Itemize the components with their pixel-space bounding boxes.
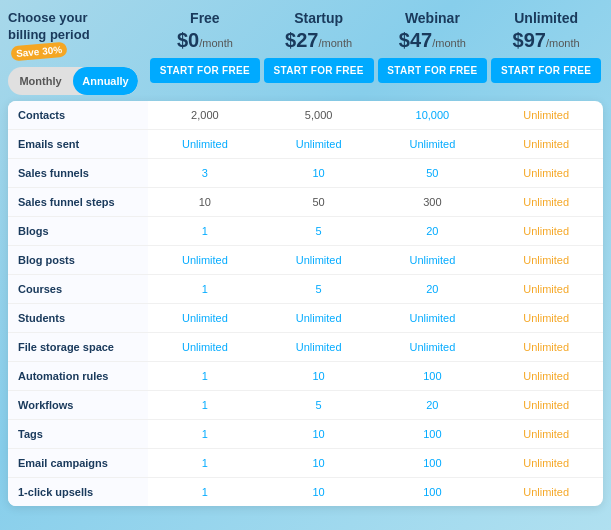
monthly-toggle-button[interactable]: Monthly bbox=[8, 67, 73, 95]
features-table: Contacts2,0005,00010,000UnlimitedEmails … bbox=[8, 101, 603, 506]
plan-free-name: Free bbox=[150, 10, 260, 26]
table-row: 1-click upsells110100Unlimited bbox=[8, 478, 603, 506]
plan-free-button[interactable]: START FOR FREE bbox=[150, 58, 260, 83]
feature-label: Sales funnel steps bbox=[8, 188, 148, 216]
feature-value: 5 bbox=[262, 391, 376, 419]
feature-value: Unlimited bbox=[489, 217, 603, 245]
feature-label: Sales funnels bbox=[8, 159, 148, 187]
table-row: Tags110100Unlimited bbox=[8, 420, 603, 449]
feature-label: Courses bbox=[8, 275, 148, 303]
feature-value: 20 bbox=[376, 217, 490, 245]
feature-value: 1 bbox=[148, 362, 262, 390]
plan-startup-name: Startup bbox=[264, 10, 374, 26]
billing-title: Choose your billing period Save 30% bbox=[8, 10, 140, 61]
plan-webinar-button[interactable]: START FOR FREE bbox=[378, 58, 488, 83]
feature-value: 1 bbox=[148, 217, 262, 245]
feature-label: Workflows bbox=[8, 391, 148, 419]
annually-toggle-button[interactable]: Annually bbox=[73, 67, 138, 95]
feature-value: 10 bbox=[262, 420, 376, 448]
plan-startup-button[interactable]: START FOR FREE bbox=[264, 58, 374, 83]
table-row: StudentsUnlimitedUnlimitedUnlimitedUnlim… bbox=[8, 304, 603, 333]
feature-value: Unlimited bbox=[376, 333, 490, 361]
plan-unlimited-price: $97/month bbox=[491, 28, 601, 52]
plan-webinar-name: Webinar bbox=[378, 10, 488, 26]
feature-value: 5,000 bbox=[262, 101, 376, 129]
feature-value: 5 bbox=[262, 275, 376, 303]
header-row: Choose your billing period Save 30% Mont… bbox=[8, 10, 603, 95]
plan-unlimited-button[interactable]: START FOR FREE bbox=[491, 58, 601, 83]
table-row: Emails sentUnlimitedUnlimitedUnlimitedUn… bbox=[8, 130, 603, 159]
plan-unlimited-name: Unlimited bbox=[491, 10, 601, 26]
feature-value: 5 bbox=[262, 217, 376, 245]
feature-value: 100 bbox=[376, 362, 490, 390]
feature-value: 1 bbox=[148, 449, 262, 477]
feature-label: Email campaigns bbox=[8, 449, 148, 477]
table-row: Contacts2,0005,00010,000Unlimited bbox=[8, 101, 603, 130]
plan-free-price: $0/month bbox=[150, 28, 260, 52]
feature-value: Unlimited bbox=[489, 391, 603, 419]
feature-label: Automation rules bbox=[8, 362, 148, 390]
feature-value: Unlimited bbox=[489, 275, 603, 303]
plan-startup-header: Startup $27/month START FOR FREE bbox=[262, 10, 376, 83]
plan-webinar-price: $47/month bbox=[378, 28, 488, 52]
feature-value: 3 bbox=[148, 159, 262, 187]
feature-value: 10,000 bbox=[376, 101, 490, 129]
billing-title-line2: billing period bbox=[8, 27, 90, 42]
plan-free-header: Free $0/month START FOR FREE bbox=[148, 10, 262, 83]
feature-value: Unlimited bbox=[148, 304, 262, 332]
table-row: File storage spaceUnlimitedUnlimitedUnli… bbox=[8, 333, 603, 362]
feature-value: Unlimited bbox=[376, 246, 490, 274]
feature-label: Blogs bbox=[8, 217, 148, 245]
feature-value: 10 bbox=[262, 362, 376, 390]
feature-value: 10 bbox=[262, 159, 376, 187]
feature-value: Unlimited bbox=[262, 246, 376, 274]
feature-value: 100 bbox=[376, 420, 490, 448]
feature-value: Unlimited bbox=[489, 246, 603, 274]
table-row: Courses1520Unlimited bbox=[8, 275, 603, 304]
feature-value: Unlimited bbox=[489, 188, 603, 216]
feature-value: Unlimited bbox=[148, 130, 262, 158]
feature-value: Unlimited bbox=[489, 362, 603, 390]
table-row: Blogs1520Unlimited bbox=[8, 217, 603, 246]
feature-value: 10 bbox=[262, 478, 376, 506]
feature-value: 50 bbox=[262, 188, 376, 216]
feature-value: 20 bbox=[376, 391, 490, 419]
feature-value: 50 bbox=[376, 159, 490, 187]
table-row: Blog postsUnlimitedUnlimitedUnlimitedUnl… bbox=[8, 246, 603, 275]
feature-value: 10 bbox=[148, 188, 262, 216]
feature-value: Unlimited bbox=[489, 449, 603, 477]
feature-value: Unlimited bbox=[489, 101, 603, 129]
feature-value: 20 bbox=[376, 275, 490, 303]
feature-label: Blog posts bbox=[8, 246, 148, 274]
feature-value: Unlimited bbox=[489, 333, 603, 361]
table-row: Sales funnels31050Unlimited bbox=[8, 159, 603, 188]
table-row: Automation rules110100Unlimited bbox=[8, 362, 603, 391]
table-row: Email campaigns110100Unlimited bbox=[8, 449, 603, 478]
billing-title-line1: Choose your bbox=[8, 10, 87, 25]
feature-value: Unlimited bbox=[489, 478, 603, 506]
feature-value: Unlimited bbox=[489, 304, 603, 332]
plan-unlimited-header: Unlimited $97/month START FOR FREE bbox=[489, 10, 603, 83]
feature-label: Emails sent bbox=[8, 130, 148, 158]
feature-value: Unlimited bbox=[489, 420, 603, 448]
feature-value: 300 bbox=[376, 188, 490, 216]
billing-section: Choose your billing period Save 30% Mont… bbox=[8, 10, 148, 95]
feature-value: Unlimited bbox=[262, 130, 376, 158]
feature-value: Unlimited bbox=[148, 246, 262, 274]
feature-label: File storage space bbox=[8, 333, 148, 361]
feature-value: 1 bbox=[148, 420, 262, 448]
feature-value: Unlimited bbox=[489, 159, 603, 187]
feature-value: 1 bbox=[148, 275, 262, 303]
feature-value: Unlimited bbox=[148, 333, 262, 361]
save-badge: Save 30% bbox=[10, 41, 67, 61]
feature-value: Unlimited bbox=[489, 130, 603, 158]
feature-value: 10 bbox=[262, 449, 376, 477]
feature-value: Unlimited bbox=[262, 333, 376, 361]
feature-value: 1 bbox=[148, 478, 262, 506]
feature-label: Students bbox=[8, 304, 148, 332]
plan-webinar-header: Webinar $47/month START FOR FREE bbox=[376, 10, 490, 83]
plan-startup-price: $27/month bbox=[264, 28, 374, 52]
feature-label: Contacts bbox=[8, 101, 148, 129]
feature-label: Tags bbox=[8, 420, 148, 448]
billing-toggle: Monthly Annually bbox=[8, 67, 138, 95]
